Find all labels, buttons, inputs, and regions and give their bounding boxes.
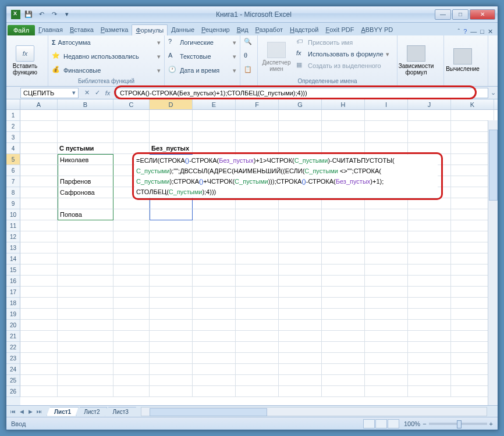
cell-D1[interactable]	[150, 110, 193, 121]
select-all-corner[interactable]	[6, 99, 20, 109]
cell-A13[interactable]	[20, 242, 58, 253]
col-header-D[interactable]: D	[150, 99, 193, 109]
cell-J12[interactable]	[408, 231, 451, 242]
cell-F3[interactable]	[236, 132, 279, 143]
cell-F21[interactable]	[236, 331, 279, 342]
cell-H15[interactable]	[322, 265, 365, 276]
row-header-1[interactable]: 1	[6, 110, 20, 121]
cell-H19[interactable]	[322, 309, 365, 320]
cell-G18[interactable]	[279, 298, 322, 309]
cell-D10[interactable]	[150, 209, 193, 220]
cell-B10[interactable]: Попова	[58, 209, 113, 220]
cell-G2[interactable]	[279, 121, 322, 132]
cell-A25[interactable]	[20, 375, 58, 386]
cell-E11[interactable]	[193, 220, 236, 231]
cell-E2[interactable]	[193, 121, 236, 132]
col-header-F[interactable]: F	[236, 99, 279, 109]
cell-H17[interactable]	[322, 287, 365, 298]
row-header-24[interactable]: 24	[6, 364, 20, 375]
cell-B20[interactable]	[58, 320, 113, 331]
col-header-C[interactable]: C	[113, 99, 150, 109]
cell-B25[interactable]	[58, 375, 113, 386]
cell-G4[interactable]	[279, 143, 322, 154]
cell-D17[interactable]	[150, 287, 193, 298]
cell-H2[interactable]	[322, 121, 365, 132]
cell-A23[interactable]	[20, 353, 58, 364]
cell-F2[interactable]	[236, 121, 279, 132]
cell-G10[interactable]	[279, 209, 322, 220]
cell-G3[interactable]	[279, 132, 322, 143]
cell-I17[interactable]	[365, 287, 408, 298]
cell-I18[interactable]	[365, 298, 408, 309]
doc-minimize-icon[interactable]: —	[470, 28, 477, 35]
cell-J26[interactable]	[408, 386, 451, 397]
cell-A5[interactable]	[20, 154, 58, 165]
cell-F17[interactable]	[236, 287, 279, 298]
cell-D12[interactable]	[150, 231, 193, 242]
cell-H14[interactable]	[322, 253, 365, 265]
cell-C18[interactable]	[113, 298, 150, 309]
formula-deps-button[interactable]: Зависимости формул	[400, 37, 432, 84]
cell-J20[interactable]	[408, 320, 451, 331]
cell-D11[interactable]	[150, 220, 193, 231]
cell-A8[interactable]	[20, 187, 58, 198]
row-header-22[interactable]: 22	[6, 342, 20, 353]
cell-E24[interactable]	[193, 364, 236, 375]
ribbon-tab-4[interactable]: Данные	[168, 24, 198, 35]
name-box[interactable]: ▾	[20, 88, 79, 98]
cell-A4[interactable]	[20, 143, 58, 154]
cell-J22[interactable]	[408, 342, 451, 353]
row-header-11[interactable]: 11	[6, 220, 20, 231]
cell-E13[interactable]	[193, 242, 236, 253]
cell-D19[interactable]	[150, 309, 193, 320]
cell-D22[interactable]	[150, 342, 193, 353]
cell-D2[interactable]	[150, 121, 193, 132]
cell-E3[interactable]	[193, 132, 236, 143]
more-button[interactable]: 📋	[243, 65, 255, 76]
cell-F19[interactable]	[236, 309, 279, 320]
cell-A18[interactable]	[20, 298, 58, 309]
maximize-button[interactable]: □	[452, 9, 468, 20]
cell-I24[interactable]	[365, 364, 408, 375]
use-in-formula-button[interactable]: fxИспользовать в формуле▾	[295, 48, 391, 60]
row-header-4[interactable]: 4	[6, 143, 20, 154]
cell-B16[interactable]	[58, 276, 113, 287]
zoom-out-icon[interactable]: −	[423, 420, 426, 427]
cell-H23[interactable]	[322, 353, 365, 364]
cell-I1[interactable]	[365, 110, 408, 121]
cell-E23[interactable]	[193, 353, 236, 364]
cell-H20[interactable]	[322, 320, 365, 331]
cell-D14[interactable]	[150, 253, 193, 265]
cell-C1[interactable]	[113, 110, 150, 121]
cell-D3[interactable]	[150, 132, 193, 143]
cell-A2[interactable]	[20, 121, 58, 132]
cell-J18[interactable]	[408, 298, 451, 309]
cell-E1[interactable]	[193, 110, 236, 121]
cell-D13[interactable]	[150, 242, 193, 253]
redo-icon[interactable]: ↷	[48, 9, 60, 20]
cell-C2[interactable]	[113, 121, 150, 132]
cell-C26[interactable]	[113, 386, 150, 397]
undo-icon[interactable]: ↶	[36, 9, 47, 20]
recent-button[interactable]: ⭐Недавно использовались▾	[51, 51, 162, 62]
cell-H9[interactable]	[322, 198, 365, 209]
cell-B6[interactable]	[58, 165, 113, 176]
cell-C16[interactable]	[113, 276, 150, 287]
first-sheet-icon[interactable]: ⏮	[9, 409, 17, 414]
col-header-H[interactable]: H	[322, 99, 365, 109]
cell-C4[interactable]	[113, 143, 150, 154]
cell-E9[interactable]	[193, 198, 236, 209]
cell-I19[interactable]	[365, 309, 408, 320]
cell-J24[interactable]	[408, 364, 451, 375]
cell-H26[interactable]	[322, 386, 365, 397]
cell-F22[interactable]	[236, 342, 279, 353]
cell-K1[interactable]	[451, 110, 494, 121]
cell-H13[interactable]	[322, 242, 365, 253]
cell-G26[interactable]	[279, 386, 322, 397]
cell-D21[interactable]	[150, 331, 193, 342]
file-tab[interactable]: Файл	[8, 25, 35, 35]
cell-F26[interactable]	[236, 386, 279, 397]
cell-C17[interactable]	[113, 287, 150, 298]
cell-G20[interactable]	[279, 320, 322, 331]
cell-E22[interactable]	[193, 342, 236, 353]
